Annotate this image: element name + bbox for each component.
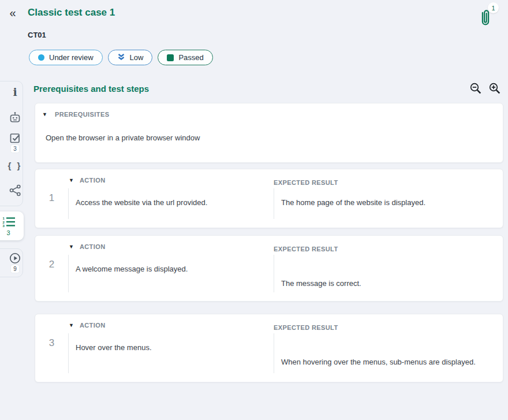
action-label: ACTION <box>80 243 106 250</box>
test-step-card: ▼ ACTION EXPECTED RESULT 2 A welcome mes… <box>35 235 503 302</box>
page-title: Classic test case 1 <box>28 7 115 18</box>
action-label: ACTION <box>80 322 106 329</box>
result-badge[interactable]: Passed <box>158 50 212 65</box>
svg-text:1: 1 <box>2 217 5 220</box>
numbered-list-icon: 1 2 3 <box>2 216 16 229</box>
collapse-triangle-icon[interactable]: ▼ <box>69 178 74 183</box>
step-number: 2 <box>35 259 68 270</box>
executions-count-badge: 9 <box>11 265 19 273</box>
expected-result-label: EXPECTED RESULT <box>274 246 338 252</box>
step-expected-text[interactable]: When hovering over the menus, sub-menus … <box>274 333 494 373</box>
collapse-triangle-icon[interactable]: ▼ <box>42 112 47 117</box>
collapse-triangle-icon[interactable]: ▼ <box>69 244 74 250</box>
sidebar-item-steps[interactable]: 1 2 3 3 <box>0 211 24 240</box>
expected-result-label: EXPECTED RESULT <box>274 324 338 331</box>
step-expected-header: EXPECTED RESULT <box>274 177 338 187</box>
status-dot-icon <box>38 54 44 61</box>
collapse-triangle-icon[interactable]: ▼ <box>69 323 74 328</box>
status-badge-label: Under review <box>49 53 94 62</box>
step-action-header: ▼ ACTION <box>69 322 106 329</box>
prerequisites-card: ▼ PREREQUISITES Open the browser in a pr… <box>35 103 503 163</box>
prerequisites-text[interactable]: Open the browser in a private browser wi… <box>46 133 200 142</box>
step-expected-header: EXPECTED RESULT <box>274 243 338 254</box>
step-action-text[interactable]: Hover over the menus. <box>68 333 274 373</box>
step-action-header: ▼ ACTION <box>69 177 106 184</box>
prerequisites-header: ▼ PREREQUISITES <box>42 111 109 118</box>
steps-count-badge: 3 <box>6 229 10 236</box>
status-badge[interactable]: Under review <box>29 50 103 65</box>
step-action-text[interactable]: Access the website via the url provided. <box>68 188 274 219</box>
sidebar-item-automation[interactable] <box>0 111 30 125</box>
zoom-tools <box>469 82 501 95</box>
sidebar-item-share[interactable] <box>0 184 30 197</box>
attachment-count-badge: 1 <box>488 2 499 13</box>
braces-icon: { } <box>8 161 23 170</box>
step-expected-header: EXPECTED RESULT <box>274 322 338 332</box>
case-id: CT01 <box>28 31 46 39</box>
step-expected-text[interactable]: The home page of the website is displaye… <box>274 188 494 219</box>
result-square-icon <box>167 54 174 61</box>
checklist-count-badge: 3 <box>11 145 19 153</box>
sidebar-item-info[interactable]: i <box>0 86 30 98</box>
priority-badge-label: Low <box>130 53 144 62</box>
priority-badge[interactable]: Low <box>108 50 153 65</box>
share-icon <box>9 184 22 197</box>
test-step-card: ▼ ACTION EXPECTED RESULT 3 Hover over th… <box>35 314 503 382</box>
expected-result-label: EXPECTED RESULT <box>274 179 338 186</box>
play-circle-icon <box>9 252 21 265</box>
chevron-double-down-icon <box>117 53 125 62</box>
step-action-text[interactable]: A welcome message is displayed. <box>68 255 274 292</box>
prerequisites-label: PREREQUISITES <box>55 111 109 118</box>
svg-text:3: 3 <box>2 224 5 227</box>
back-button[interactable]: « <box>5 5 21 21</box>
test-case-page: « Classic test case 1 CT01 Under review … <box>0 0 508 420</box>
sidebar-item-parameters[interactable]: { } <box>0 161 30 170</box>
sidebar-item-checklist[interactable]: 3 <box>0 132 30 153</box>
attachments-button[interactable]: 1 <box>478 3 498 29</box>
robot-icon <box>8 111 22 125</box>
section-title: Prerequisites and test steps <box>33 84 149 94</box>
test-step-card: ▼ ACTION EXPECTED RESULT 1 Access the we… <box>35 169 503 228</box>
badge-row: Under review Low Passed <box>29 50 213 65</box>
step-number: 3 <box>35 337 68 349</box>
step-expected-text[interactable]: The message is correct. <box>274 255 494 292</box>
zoom-out-icon[interactable] <box>469 82 482 95</box>
info-icon: i <box>13 86 17 98</box>
checkbox-icon <box>9 132 21 144</box>
svg-text:2: 2 <box>2 220 5 224</box>
step-action-header: ▼ ACTION <box>69 243 106 250</box>
zoom-in-icon[interactable] <box>488 82 501 95</box>
action-label: ACTION <box>80 177 106 184</box>
sidebar-item-executions[interactable]: 9 <box>0 252 30 273</box>
step-number: 1 <box>35 192 68 204</box>
result-badge-label: Passed <box>178 53 203 62</box>
